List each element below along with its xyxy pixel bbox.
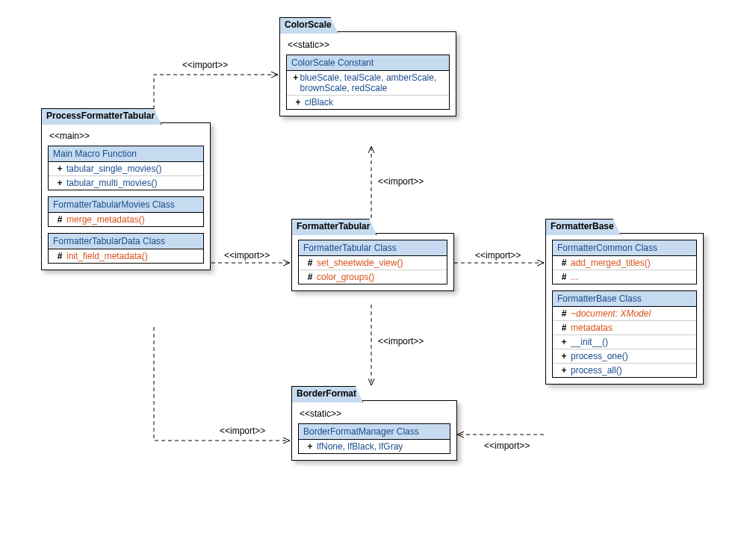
member: lfNone, lfBlack, lfGray <box>317 441 403 452</box>
package-tab: ColorScale <box>279 17 338 34</box>
class-cs-const: ColorScale Constant +blueScale, tealScal… <box>286 55 450 110</box>
package-process-formatter-tabular: ProcessFormatterTabular <<main>> Main Ma… <box>41 122 211 270</box>
class-title: BorderFormatManager Class <box>299 424 450 440</box>
class-title: Main Macro Function <box>49 146 203 162</box>
member: ... <box>571 272 578 282</box>
import-label: <<import>> <box>220 426 265 436</box>
import-label: <<import>> <box>378 176 424 187</box>
package-tab: FormatterBase <box>545 219 621 235</box>
member: metadatas <box>571 323 613 333</box>
class-main-macro: Main Macro Function +tabular_single_movi… <box>48 146 204 190</box>
member: tabular_single_movies() <box>66 164 161 174</box>
member: process_all() <box>571 365 622 376</box>
package-tab: FormatterTabular <box>291 219 376 235</box>
class-ftd: FormatterTabularData Class #init_field_m… <box>48 233 204 264</box>
package-formatter-tabular: FormatterTabular FormatterTabular Class … <box>291 233 454 291</box>
stereotype: <<main>> <box>49 131 204 141</box>
member: ~document: XModel <box>571 308 651 319</box>
class-title: FormatterTabularMovies Class <box>49 197 203 213</box>
member: merge_metadatas() <box>66 214 145 225</box>
member: add_merged_titles() <box>571 258 651 268</box>
member: __init__() <box>571 337 608 347</box>
import-label: <<import>> <box>378 336 424 346</box>
class-ftm: FormatterTabularMovies Class #merge_meta… <box>48 196 204 227</box>
package-border-format: BorderFormat <<static>> BorderFormatMana… <box>291 400 457 461</box>
member: blueScale, tealScale, amberScale, brownS… <box>300 72 445 93</box>
class-ft: FormatterTabular Class #set_sheetwide_vi… <box>298 240 447 284</box>
stereotype: <<static>> <box>300 408 450 419</box>
member: clBlack <box>305 97 333 108</box>
class-fb: FormatterBase Class #~document: XModel #… <box>552 290 697 378</box>
class-title: FormatterTabular Class <box>299 240 447 256</box>
import-label: <<import>> <box>484 441 530 451</box>
package-tab: BorderFormat <box>291 386 363 402</box>
class-title: ColorScale Constant <box>287 55 449 71</box>
member: set_sheetwide_view() <box>317 258 403 268</box>
stereotype: <<static>> <box>288 40 450 50</box>
member: tabular_multi_movies() <box>66 178 157 188</box>
package-tab: ProcessFormatterTabular <box>41 108 161 125</box>
package-formatter-base: FormatterBase FormatterCommon Class #add… <box>545 233 704 385</box>
class-bfm: BorderFormatManager Class +lfNone, lfBla… <box>298 423 450 454</box>
import-label: <<import>> <box>475 250 521 261</box>
member: color_groups() <box>317 272 374 282</box>
class-title: FormatterCommon Class <box>553 240 696 256</box>
class-fc: FormatterCommon Class #add_merged_titles… <box>552 240 697 284</box>
class-title: FormatterTabularData Class <box>49 234 203 249</box>
class-title: FormatterBase Class <box>553 291 696 307</box>
package-color-scale: ColorScale <<static>> ColorScale Constan… <box>279 31 456 116</box>
import-label: <<import>> <box>224 250 270 261</box>
member: process_one() <box>571 351 628 361</box>
import-label: <<import>> <box>182 60 228 70</box>
member: init_field_metadata() <box>66 251 148 261</box>
